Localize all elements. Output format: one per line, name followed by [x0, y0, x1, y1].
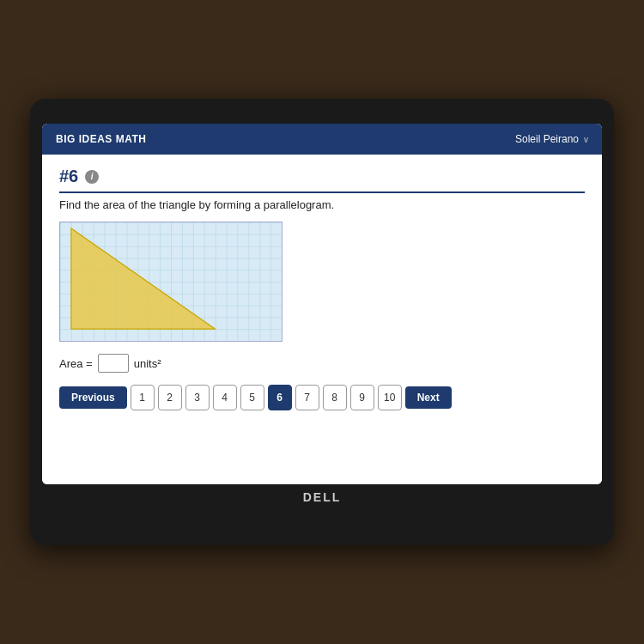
chevron-down-icon: v [584, 135, 588, 144]
page-button-4[interactable]: 4 [213, 385, 237, 410]
next-button[interactable]: Next [405, 386, 452, 409]
page-button-8[interactable]: 8 [323, 385, 347, 410]
screen: BIG IDEAS MATH Soleil Peirano v #6 i Fin… [42, 124, 602, 484]
page-button-3[interactable]: 3 [185, 385, 210, 410]
page-button-6[interactable]: 6 [268, 385, 292, 410]
laptop-bottom-bar: DELL [42, 488, 602, 507]
question-number: #6 [59, 167, 78, 186]
previous-button[interactable]: Previous [59, 386, 127, 409]
answer-label: Area = [59, 357, 93, 370]
info-icon[interactable]: i [85, 170, 99, 184]
page-button-9[interactable]: 9 [350, 385, 374, 410]
app-brand: BIG IDEAS MATH [56, 133, 146, 145]
question-header: #6 i [59, 167, 585, 193]
triangle-grid [60, 222, 282, 341]
page-button-10[interactable]: 10 [378, 385, 402, 410]
page-button-7[interactable]: 7 [295, 385, 319, 410]
page-button-5[interactable]: 5 [240, 385, 264, 410]
question-text: Find the area of the triangle by forming… [59, 198, 585, 211]
page-button-1[interactable]: 1 [131, 385, 155, 410]
main-content: #6 i Find the area of the triangle by fo… [42, 155, 602, 484]
laptop-frame: BIG IDEAS MATH Soleil Peirano v #6 i Fin… [30, 99, 614, 545]
page-button-2[interactable]: 2 [158, 385, 182, 410]
answer-input[interactable] [98, 354, 129, 373]
grid-area [59, 222, 283, 342]
dell-logo: DELL [303, 490, 342, 504]
units-label: units² [134, 357, 161, 370]
app-header: BIG IDEAS MATH Soleil Peirano v [42, 124, 602, 155]
navigation-row: Previous 1 2 3 4 5 6 7 8 9 10 Next [59, 385, 585, 410]
user-name: Soleil Peirano [515, 133, 579, 145]
user-menu[interactable]: Soleil Peirano v [515, 133, 588, 145]
answer-row: Area = units² [59, 354, 585, 373]
